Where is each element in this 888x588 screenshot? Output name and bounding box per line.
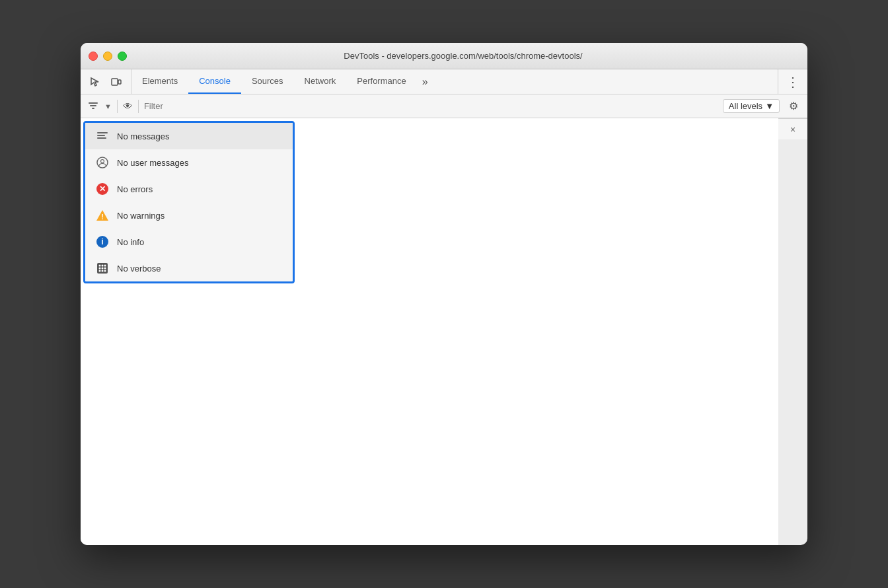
filter-separator [117, 100, 118, 113]
tab-bar: Elements Console Sources Network Perform… [81, 69, 807, 94]
svg-rect-7 [97, 137, 106, 139]
more-tabs-button[interactable]: » [417, 69, 433, 94]
devtools-menu-button[interactable]: ⋮ [778, 69, 807, 94]
svg-point-16 [102, 268, 104, 270]
tab-performance[interactable]: Performance [346, 69, 416, 94]
svg-rect-5 [97, 132, 108, 133]
filter-separator-2 [138, 100, 139, 113]
svg-point-13 [102, 265, 104, 267]
tab-network[interactable]: Network [294, 69, 347, 94]
preserve-log-icon[interactable]: 👁 [123, 100, 133, 112]
svg-point-9 [101, 160, 104, 163]
toolbar-icons-area [81, 69, 131, 94]
window-title: DevTools - developers.google.com/web/too… [127, 51, 799, 61]
svg-rect-3 [90, 105, 96, 106]
inspect-element-icon[interactable] [86, 73, 104, 91]
error-icon: ✕ [96, 182, 109, 196]
svg-text:!: ! [101, 213, 104, 221]
device-toolbar-icon[interactable] [107, 73, 126, 91]
console-settings-button[interactable]: ⚙ [785, 98, 802, 115]
dropdown-item-no-info[interactable]: i No info [85, 229, 293, 255]
svg-point-15 [99, 268, 101, 270]
filter-input[interactable] [144, 101, 718, 111]
user-messages-icon [96, 156, 109, 169]
svg-point-19 [102, 270, 104, 272]
dropdown-item-no-errors[interactable]: ✕ No errors [85, 176, 293, 202]
dropdown-item-no-user-messages[interactable]: No user messages [85, 149, 293, 176]
tab-console[interactable]: Console [188, 69, 241, 94]
svg-point-20 [104, 270, 106, 272]
svg-rect-2 [89, 102, 98, 104]
svg-point-17 [104, 268, 106, 270]
dropdown-item-no-messages[interactable]: No messages [85, 123, 293, 149]
tab-elements[interactable]: Elements [131, 69, 188, 94]
tab-sources[interactable]: Sources [241, 69, 294, 94]
log-level-dropdown-panel: No messages No user messages ✕ No [83, 121, 295, 283]
verbose-icon [96, 262, 109, 275]
messages-icon [96, 129, 109, 143]
close-panel-button[interactable]: × [786, 123, 799, 136]
close-window-button[interactable] [89, 52, 98, 61]
svg-rect-0 [112, 79, 118, 85]
info-icon: i [96, 235, 109, 248]
dropdown-item-no-verbose[interactable]: No verbose [85, 255, 293, 281]
log-levels-dropdown[interactable]: All levels ▼ [723, 99, 780, 113]
devtools-window: DevTools - developers.google.com/web/too… [81, 43, 807, 545]
dropdown-item-no-warnings[interactable]: ! No warnings [85, 202, 293, 229]
svg-point-14 [104, 265, 106, 267]
warning-icon: ! [96, 209, 109, 222]
filter-dropdown-arrow[interactable]: ▼ [104, 102, 112, 110]
maximize-window-button[interactable] [118, 52, 127, 61]
svg-rect-1 [118, 80, 121, 84]
filter-bar: ▼ 👁 All levels ▼ ⚙ [81, 94, 807, 118]
filter-icons: ▼ [86, 99, 112, 114]
minimize-window-button[interactable] [103, 52, 112, 61]
titlebar: DevTools - developers.google.com/web/too… [81, 43, 807, 69]
bottom-bar: × [778, 118, 807, 139]
svg-rect-6 [97, 135, 105, 136]
main-area: No messages No user messages ✕ No [81, 118, 807, 545]
svg-rect-4 [92, 108, 94, 109]
console-filter-button[interactable] [86, 99, 100, 114]
svg-point-18 [99, 270, 101, 272]
traffic-lights [89, 52, 127, 61]
svg-point-12 [99, 265, 101, 267]
tabs-container: Elements Console Sources Network Perform… [131, 69, 778, 94]
